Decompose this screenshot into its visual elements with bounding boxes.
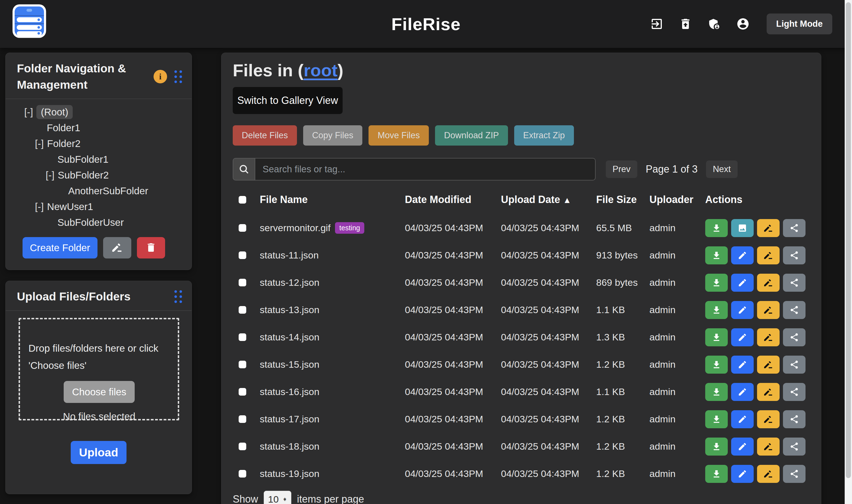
account-icon[interactable] [736, 17, 750, 31]
column-header-date-modified[interactable]: Date Modified [405, 194, 501, 205]
preview-action-button[interactable] [731, 219, 754, 237]
rename-action-button[interactable] [757, 410, 780, 428]
edit-action-button[interactable] [731, 246, 754, 264]
column-header-file-name[interactable]: File Name [260, 194, 405, 205]
select-all-checkbox[interactable] [239, 196, 246, 203]
tree-collapse-toggle[interactable]: [-] [35, 201, 44, 212]
download-action-button[interactable] [705, 219, 728, 237]
share-action-button[interactable] [783, 328, 805, 346]
row-checkbox[interactable] [239, 224, 246, 232]
row-checkbox[interactable] [239, 306, 246, 314]
folder-label[interactable]: AnotherSubFolder [68, 185, 148, 197]
download-action-button[interactable] [705, 465, 728, 483]
row-checkbox[interactable] [239, 415, 246, 423]
folder-tree-item-folder1[interactable]: Folder1 [6, 120, 192, 136]
row-checkbox[interactable] [239, 251, 246, 259]
choose-files-button[interactable]: Choose files [64, 381, 135, 403]
copy-files-button[interactable]: Copy Files [303, 125, 362, 146]
folder-tree-item-subfolder2[interactable]: [-]SubFolder2 [6, 167, 192, 183]
folder-label[interactable]: NewUser1 [47, 201, 93, 212]
file-name[interactable]: status-11.json [260, 250, 319, 261]
download-action-button[interactable] [705, 356, 728, 374]
restore-trash-icon[interactable] [678, 17, 693, 31]
scrollbar-thumb[interactable] [846, 2, 851, 478]
folder-label[interactable]: Folder2 [47, 138, 81, 149]
tree-collapse-toggle[interactable]: [-] [24, 106, 33, 118]
folder-label[interactable]: SubFolderUser [57, 217, 124, 228]
folder-tree-item-root[interactable]: [-](Root) [6, 104, 192, 120]
folder-label[interactable]: SubFolder1 [57, 154, 108, 165]
share-action-button[interactable] [783, 274, 805, 292]
edit-action-button[interactable] [731, 274, 754, 292]
move-files-button[interactable]: Move Files [368, 125, 429, 146]
file-name[interactable]: status-16.json [260, 386, 319, 397]
download-zip-button[interactable]: Download ZIP [435, 125, 508, 146]
share-action-button[interactable] [783, 301, 805, 319]
rename-action-button[interactable] [757, 328, 780, 346]
file-name[interactable]: status-14.json [260, 332, 319, 343]
file-name[interactable]: status-18.json [260, 441, 319, 452]
theme-toggle-button[interactable]: Light Mode [767, 14, 832, 34]
rename-action-button[interactable] [757, 383, 780, 401]
share-action-button[interactable] [783, 356, 805, 374]
file-name[interactable]: status-12.json [260, 277, 319, 288]
upload-button[interactable]: Upload [71, 441, 126, 464]
download-action-button[interactable] [705, 246, 728, 264]
share-action-button[interactable] [783, 219, 805, 237]
edit-action-button[interactable] [731, 356, 754, 374]
extract-zip-button[interactable]: Extract Zip [514, 125, 574, 146]
delete-files-button[interactable]: Delete Files [233, 125, 297, 146]
next-page-button[interactable]: Next [706, 161, 737, 178]
edit-action-button[interactable] [731, 437, 754, 455]
page-scrollbar[interactable] [845, 0, 852, 504]
rename-folder-button[interactable] [103, 237, 131, 258]
folder-label[interactable]: Folder1 [47, 122, 80, 133]
edit-action-button[interactable] [731, 301, 754, 319]
rename-action-button[interactable] [757, 465, 780, 483]
rename-action-button[interactable] [757, 274, 780, 292]
row-checkbox[interactable] [239, 470, 246, 478]
download-action-button[interactable] [705, 410, 728, 428]
root-folder-link[interactable]: root [303, 60, 337, 80]
share-action-button[interactable] [783, 246, 805, 264]
column-header-upload-date[interactable]: Upload Date▲ [501, 194, 596, 205]
file-dropzone[interactable]: Drop files/folders here or click 'Choose… [19, 318, 179, 420]
rename-action-button[interactable] [757, 246, 780, 264]
file-name[interactable]: servermonitor.gif [260, 222, 330, 233]
download-action-button[interactable] [705, 383, 728, 401]
folder-label[interactable]: (Root) [36, 105, 73, 119]
create-folder-button[interactable]: Create Folder [22, 237, 98, 258]
download-action-button[interactable] [705, 328, 728, 346]
row-checkbox[interactable] [239, 361, 246, 368]
file-name[interactable]: status-17.json [260, 414, 319, 425]
tree-collapse-toggle[interactable]: [-] [35, 138, 44, 149]
share-action-button[interactable] [783, 410, 805, 428]
column-header-file-size[interactable]: File Size [596, 194, 649, 205]
admin-shield-icon[interactable] [707, 17, 721, 31]
rename-action-button[interactable] [757, 301, 780, 319]
folder-tree-item-folder2[interactable]: [-]Folder2 [6, 136, 192, 151]
download-action-button[interactable] [705, 437, 728, 455]
tree-collapse-toggle[interactable]: [-] [46, 169, 54, 181]
drag-handle-icon[interactable] [174, 290, 182, 303]
folder-tree-item-anothersubfolder[interactable]: AnotherSubFolder [6, 183, 192, 199]
file-name[interactable]: status-15.json [260, 359, 319, 370]
rename-action-button[interactable] [757, 437, 780, 455]
rename-action-button[interactable] [757, 356, 780, 374]
edit-action-button[interactable] [731, 465, 754, 483]
items-per-page-select[interactable]: 10 ▲▼ [264, 491, 291, 504]
logout-icon[interactable] [649, 17, 664, 31]
folder-tree-item-newuser1[interactable]: [-]NewUser1 [6, 199, 192, 215]
download-action-button[interactable] [705, 301, 728, 319]
info-icon[interactable]: i [154, 70, 167, 83]
row-checkbox[interactable] [239, 279, 246, 286]
delete-folder-button[interactable] [137, 237, 165, 258]
folder-tree-item-subfolderuser[interactable]: SubFolderUser [6, 215, 192, 230]
folder-label[interactable]: SubFolder2 [58, 169, 109, 181]
row-checkbox[interactable] [239, 334, 246, 341]
search-input[interactable] [255, 158, 596, 180]
file-name[interactable]: status-13.json [260, 304, 319, 316]
edit-action-button[interactable] [731, 383, 754, 401]
column-header-uploader[interactable]: Uploader [649, 194, 705, 205]
download-action-button[interactable] [705, 274, 728, 292]
